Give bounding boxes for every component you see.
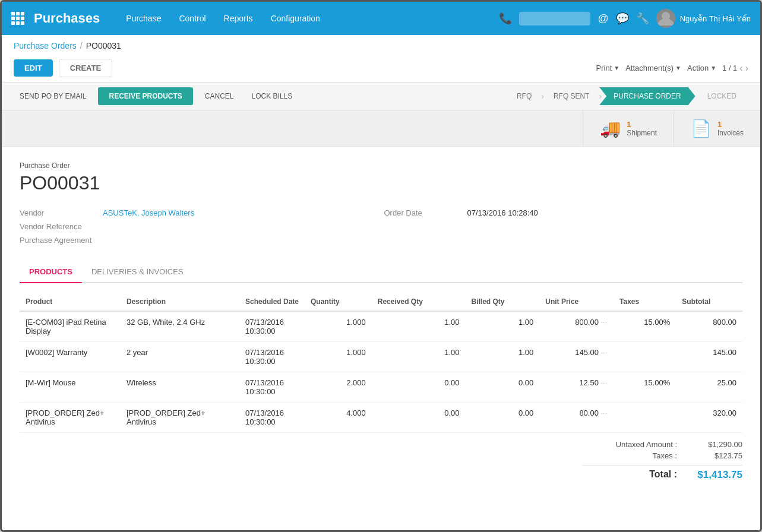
cell-5: 0.00	[465, 403, 539, 433]
invoices-count: 1	[717, 120, 744, 129]
col-header-taxes: Taxes	[614, 293, 676, 311]
cell-8: 25.00	[676, 372, 742, 403]
col-header-received-qty: Received Qty	[372, 293, 466, 311]
top-navigation: Purchases Purchase Control Reports Confi…	[2, 2, 760, 35]
cell-5: 0.00	[465, 372, 539, 403]
table-row[interactable]: [E-COM03] iPad Retina Display32 GB, Whit…	[20, 311, 742, 342]
table-row[interactable]: [PROD_ORDER] Zed+ Antivirus[PROD_ORDER] …	[20, 403, 742, 433]
workflow-step-locked: LOCKED	[695, 88, 748, 104]
action-dropdown-arrow: ▼	[710, 65, 716, 71]
user-name: Nguyễn Thị Hải Yến	[680, 14, 751, 23]
shipment-label: Shipment	[627, 129, 657, 137]
invoices-label: Invoices	[717, 129, 744, 137]
receive-products-button[interactable]: RECEIVE PRODUCTS	[98, 87, 192, 105]
cell-8: 145.00	[676, 342, 742, 372]
workflow-steps: RFQ › RFQ SENT › PURCHASE ORDER LOCKED	[505, 87, 748, 105]
truck-icon: 🚚	[600, 119, 621, 138]
cell-1: 2 year	[121, 342, 239, 372]
cell-5: 1.00	[465, 342, 539, 372]
menu-purchase[interactable]: Purchase	[118, 9, 169, 28]
vendor-ref-row: Vendor Reference	[20, 222, 378, 231]
app-logo[interactable]: Purchases	[11, 11, 100, 26]
cell-2: 07/13/2016 10:30:00	[239, 372, 305, 403]
cell-1: 32 GB, White, 2.4 GHz	[121, 311, 239, 342]
shipment-stat[interactable]: 🚚 1 Shipment	[583, 110, 674, 147]
taxes-value: $123.75	[689, 451, 742, 460]
at-icon[interactable]: @	[597, 12, 608, 25]
tab-products[interactable]: PRODUCTS	[20, 261, 82, 283]
chat-icon[interactable]: 💬	[616, 12, 629, 25]
po-number: PO00031	[20, 172, 742, 194]
cell-2: 07/13/2016 10:30:00	[239, 311, 305, 342]
left-fields: Vendor ASUSTeK, Joseph Walters Vendor Re…	[20, 208, 378, 249]
main-menu: Purchase Control Reports Configuration	[118, 9, 499, 28]
phone-icon[interactable]: 📞	[499, 12, 512, 25]
purchase-agr-label: Purchase Agreement	[20, 236, 97, 245]
create-button[interactable]: CREATE	[59, 59, 112, 77]
order-date-label: Order Date	[384, 208, 461, 217]
vendor-value[interactable]: ASUSTeK, Joseph Walters	[103, 208, 194, 217]
search-input[interactable]	[519, 12, 590, 26]
cell-6: 80.00 ···	[539, 403, 614, 433]
prev-page-button[interactable]: ‹	[739, 63, 742, 74]
cell-0: [E-COM03] iPad Retina Display	[20, 311, 121, 342]
settings-icon[interactable]: 🔧	[636, 12, 649, 25]
breadcrumb: Purchase Orders / PO00031	[2, 35, 760, 56]
cell-6: 800.00 ···	[539, 311, 614, 342]
next-page-button[interactable]: ›	[745, 63, 748, 74]
right-fields: Order Date 07/13/2016 10:28:40	[384, 208, 743, 249]
print-dropdown-arrow: ▼	[614, 65, 619, 71]
attachments-button[interactable]: Attachment(s) ▼	[625, 64, 681, 72]
table-row[interactable]: [M-Wir] MouseWireless07/13/2016 10:30:00…	[20, 372, 742, 403]
cell-3: 2.000	[305, 372, 372, 403]
total-row: Total : $1,413.75	[582, 465, 742, 481]
table-row[interactable]: [W0002] Warranty2 year07/13/2016 10:30:0…	[20, 342, 742, 372]
user-info[interactable]: Nguyễn Thị Hải Yến	[656, 9, 751, 28]
cell-0: [M-Wir] Mouse	[20, 372, 121, 403]
total-label: Total :	[582, 469, 677, 481]
breadcrumb-current: PO00031	[86, 41, 121, 50]
products-table: Product Description Scheduled Date Quant…	[20, 293, 742, 433]
top-right-area: 📞 @ 💬 🔧 Nguyễn Thị Hải Yến	[499, 9, 751, 28]
purchase-agr-row: Purchase Agreement	[20, 236, 378, 245]
col-header-unit-price: Unit Price	[539, 293, 614, 311]
cell-0: [W0002] Warranty	[20, 342, 121, 372]
untaxed-value: $1,290.00	[689, 440, 742, 449]
stats-bar: 🚚 1 Shipment 📄 1 Invoices	[2, 110, 760, 147]
status-bar: SEND PO BY EMAIL RECEIVE PRODUCTS CANCEL…	[2, 82, 760, 110]
menu-control[interactable]: Control	[170, 9, 214, 28]
workflow-step-rfq-sent: RFQ SENT	[542, 88, 602, 104]
menu-reports[interactable]: Reports	[216, 9, 261, 28]
print-button[interactable]: Print ▼	[596, 64, 620, 72]
lock-bills-button[interactable]: LOCK BILLS	[246, 88, 299, 104]
menu-configuration[interactable]: Configuration	[263, 9, 328, 28]
cell-2: 07/13/2016 10:30:00	[239, 342, 305, 372]
cell-2: 07/13/2016 10:30:00	[239, 403, 305, 433]
order-date-value: 07/13/2016 10:28:40	[467, 208, 538, 217]
vendor-row: Vendor ASUSTeK, Joseph Walters	[20, 208, 378, 217]
breadcrumb-parent[interactable]: Purchase Orders	[14, 41, 77, 50]
vendor-ref-label: Vendor Reference	[20, 222, 97, 231]
col-header-description: Description	[121, 293, 239, 311]
cell-4: 0.00	[372, 403, 466, 433]
cell-6: 12.50 ···	[539, 372, 614, 403]
cell-4: 1.00	[372, 311, 466, 342]
action-button[interactable]: Action ▼	[687, 64, 716, 72]
fields-grid: Vendor ASUSTeK, Joseph Walters Vendor Re…	[20, 208, 742, 249]
tab-deliveries[interactable]: DELIVERIES & INVOICES	[82, 261, 193, 283]
cell-8: 320.00	[676, 403, 742, 433]
cell-0: [PROD_ORDER] Zed+ Antivirus	[20, 403, 121, 433]
cancel-button[interactable]: CANCEL	[199, 88, 240, 104]
invoices-stat[interactable]: 📄 1 Invoices	[674, 110, 760, 147]
total-value: $1,413.75	[689, 469, 742, 481]
col-header-quantity: Quantity	[305, 293, 372, 311]
grid-icon	[11, 12, 24, 25]
taxes-row: Taxes : $123.75	[582, 451, 742, 460]
send-po-button[interactable]: SEND PO BY EMAIL	[14, 88, 92, 104]
order-date-row: Order Date 07/13/2016 10:28:40	[384, 208, 743, 217]
edit-button[interactable]: EDIT	[14, 59, 53, 77]
workflow-step-purchase-order[interactable]: PURCHASE ORDER	[599, 87, 695, 105]
cell-6: 145.00 ···	[539, 342, 614, 372]
cell-5: 1.00	[465, 311, 539, 342]
cell-8: 800.00	[676, 311, 742, 342]
